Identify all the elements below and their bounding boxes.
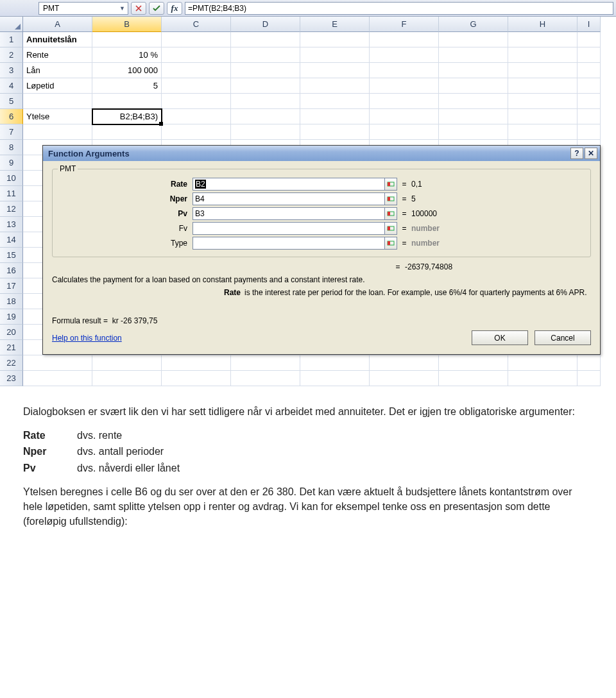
cell-C2[interactable]: [162, 47, 231, 63]
range-selector-button[interactable]: [384, 178, 397, 191]
arg-input-type[interactable]: [193, 237, 385, 250]
column-header-C[interactable]: C: [162, 17, 231, 32]
cell-I1[interactable]: [578, 32, 601, 47]
cell-G23[interactable]: [439, 371, 508, 386]
cell-H7[interactable]: [508, 124, 578, 140]
row-header-6[interactable]: 6: [0, 109, 23, 124]
cell-C4[interactable]: [162, 78, 231, 94]
cell-B1[interactable]: [92, 32, 162, 47]
cell-F7[interactable]: [370, 124, 439, 140]
cell-D1[interactable]: [231, 32, 300, 47]
cell-D22[interactable]: [231, 355, 300, 371]
insert-function-button[interactable]: fx: [167, 2, 182, 15]
cell-E7[interactable]: [300, 124, 370, 140]
cell-E6[interactable]: [300, 109, 370, 124]
cell-H3[interactable]: [508, 63, 578, 78]
cell-B3[interactable]: 100 000: [92, 63, 162, 78]
range-selector-button[interactable]: [384, 192, 397, 205]
cell-F6[interactable]: [370, 109, 439, 124]
cell-E1[interactable]: [300, 32, 370, 47]
range-selector-button[interactable]: [384, 237, 397, 250]
cell-D2[interactable]: [231, 47, 300, 63]
cell-H23[interactable]: [508, 371, 578, 386]
row-header-11[interactable]: 11: [0, 186, 23, 201]
row-header-22[interactable]: 22: [0, 355, 23, 371]
row-header-20[interactable]: 20: [0, 325, 23, 340]
cell-A1[interactable]: Annuitetslån: [23, 32, 92, 47]
row-header-17[interactable]: 17: [0, 278, 23, 294]
ok-button[interactable]: OK: [472, 330, 528, 345]
row-header-19[interactable]: 19: [0, 309, 23, 325]
row-header-12[interactable]: 12: [0, 201, 23, 217]
cell-B2[interactable]: 10 %: [92, 47, 162, 63]
arg-input-pv[interactable]: B3: [193, 207, 385, 220]
cell-F4[interactable]: [370, 78, 439, 94]
row-header-13[interactable]: 13: [0, 217, 23, 232]
cell-G6[interactable]: [439, 109, 508, 124]
row-header-15[interactable]: 15: [0, 248, 23, 263]
cell-G1[interactable]: [439, 32, 508, 47]
cell-A3[interactable]: Lån: [23, 63, 92, 78]
cell-B6[interactable]: B2;B4;B3): [92, 109, 162, 124]
cell-G4[interactable]: [439, 78, 508, 94]
cell-I3[interactable]: [578, 63, 601, 78]
row-header-8[interactable]: 8: [0, 140, 23, 155]
column-header-G[interactable]: G: [439, 17, 508, 32]
row-header-1[interactable]: 1: [0, 32, 23, 47]
cell-I22[interactable]: [578, 355, 601, 371]
cell-B5[interactable]: [92, 94, 162, 109]
arg-input-fv[interactable]: [193, 222, 385, 235]
cell-I23[interactable]: [578, 371, 601, 386]
cell-G2[interactable]: [439, 47, 508, 63]
formula-input[interactable]: =PMT(B2;B4;B3): [185, 2, 613, 15]
cell-F2[interactable]: [370, 47, 439, 63]
cell-E23[interactable]: [300, 371, 370, 386]
accept-entry-button[interactable]: [149, 2, 164, 15]
row-header-18[interactable]: 18: [0, 294, 23, 309]
cell-D3[interactable]: [231, 63, 300, 78]
cell-C5[interactable]: [162, 94, 231, 109]
cell-H5[interactable]: [508, 94, 578, 109]
cell-A7[interactable]: [23, 124, 92, 140]
row-header-14[interactable]: 14: [0, 232, 23, 248]
cell-H2[interactable]: [508, 47, 578, 63]
name-box[interactable]: PMT ▼: [38, 2, 128, 15]
row-header-3[interactable]: 3: [0, 63, 23, 78]
dialog-titlebar[interactable]: Function Arguments ? ✕: [43, 146, 600, 161]
row-header-10[interactable]: 10: [0, 171, 23, 186]
cell-G22[interactable]: [439, 355, 508, 371]
cell-D4[interactable]: [231, 78, 300, 94]
dialog-close-button[interactable]: ✕: [585, 148, 597, 159]
cancel-entry-button[interactable]: [131, 2, 146, 15]
cell-D7[interactable]: [231, 124, 300, 140]
arg-input-rate[interactable]: B2: [193, 178, 385, 191]
column-header-E[interactable]: E: [300, 17, 370, 32]
cell-F1[interactable]: [370, 32, 439, 47]
row-header-21[interactable]: 21: [0, 340, 23, 355]
cell-D6[interactable]: [231, 109, 300, 124]
cancel-button[interactable]: Cancel: [535, 330, 591, 345]
row-header-16[interactable]: 16: [0, 263, 23, 278]
cell-G5[interactable]: [439, 94, 508, 109]
column-header-I[interactable]: I: [578, 17, 601, 32]
row-header-7[interactable]: 7: [0, 124, 23, 140]
cell-D5[interactable]: [231, 94, 300, 109]
cell-I6[interactable]: [578, 109, 601, 124]
row-header-4[interactable]: 4: [0, 78, 23, 94]
cell-F22[interactable]: [370, 355, 439, 371]
cell-C1[interactable]: [162, 32, 231, 47]
cell-B22[interactable]: [92, 355, 162, 371]
cell-B7[interactable]: [92, 124, 162, 140]
cell-E4[interactable]: [300, 78, 370, 94]
cell-B4[interactable]: 5: [92, 78, 162, 94]
cell-A2[interactable]: Rente: [23, 47, 92, 63]
help-link[interactable]: Help on this function: [52, 334, 122, 343]
cell-E22[interactable]: [300, 355, 370, 371]
cell-I2[interactable]: [578, 47, 601, 63]
cell-E5[interactable]: [300, 94, 370, 109]
row-header-9[interactable]: 9: [0, 155, 23, 171]
column-header-A[interactable]: A: [23, 17, 92, 32]
cell-C22[interactable]: [162, 355, 231, 371]
cell-I7[interactable]: [578, 124, 601, 140]
cell-A5[interactable]: [23, 94, 92, 109]
